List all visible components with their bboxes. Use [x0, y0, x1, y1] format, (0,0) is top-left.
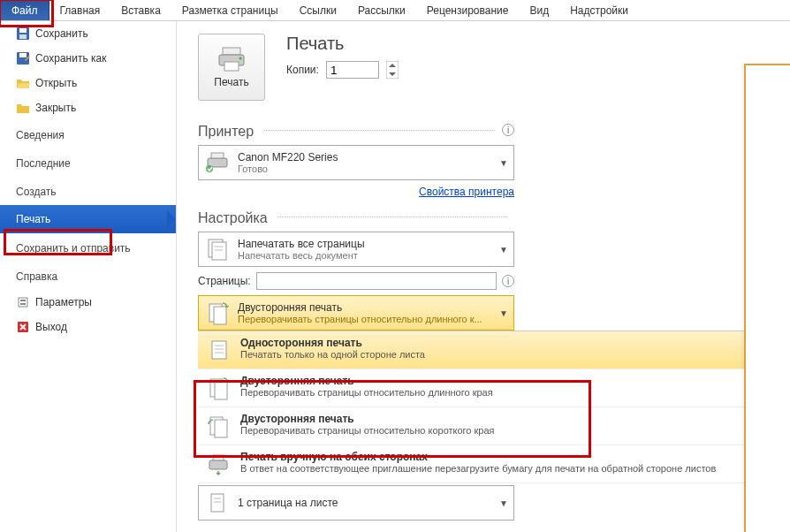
tab-home[interactable]: Главная — [49, 0, 111, 20]
svg-rect-31 — [209, 460, 227, 469]
option-one-sided[interactable]: Односторонняя печать Печатать только на … — [198, 331, 781, 369]
svg-rect-7 — [20, 303, 26, 305]
sidebar-print[interactable]: Печать — [0, 205, 176, 233]
chevron-down-icon: ▼ — [499, 308, 508, 318]
spinner-control[interactable] — [386, 61, 399, 79]
tab-addins[interactable]: Надстройки — [559, 0, 639, 20]
svg-rect-23 — [212, 341, 226, 359]
tab-review[interactable]: Рецензирование — [416, 0, 520, 20]
svg-rect-4 — [19, 53, 27, 57]
sidebar-recent[interactable]: Последние — [0, 148, 176, 177]
exit-icon — [16, 320, 30, 334]
single-page-icon — [205, 337, 232, 363]
opt-title: Двусторонняя печать — [240, 375, 493, 387]
copies-input[interactable] — [326, 61, 379, 79]
info-icon[interactable]: i — [502, 124, 514, 136]
duplex-short-icon — [205, 413, 232, 439]
svg-rect-18 — [212, 242, 226, 260]
svg-point-12 — [239, 57, 242, 60]
printer-device-icon — [204, 149, 231, 176]
printer-name: Canon MF220 Series — [238, 151, 492, 163]
svg-rect-2 — [19, 34, 27, 39]
dd-title: Напечатать все страницы — [238, 238, 492, 250]
settings-heading: Настройка — [198, 210, 268, 226]
opt-sub: В ответ на соответствующее приглашение п… — [240, 463, 716, 474]
opt-title: Односторонняя печать — [240, 337, 425, 349]
tab-insert[interactable]: Вставка — [110, 0, 171, 20]
printer-heading: Принтер — [198, 124, 254, 140]
ribbon-tabs: Файл Главная Вставка Разметка страницы С… — [0, 0, 790, 21]
pages-icon — [204, 236, 231, 262]
print-button-label: Печать — [214, 76, 248, 88]
close-folder-icon — [16, 101, 30, 115]
tab-layout[interactable]: Разметка страницы — [171, 0, 289, 20]
sidebar-close[interactable]: Закрыть — [0, 95, 176, 120]
options-icon — [16, 295, 30, 309]
option-duplex-long[interactable]: Двусторонняя печать Переворачивать стран… — [198, 369, 781, 407]
duplex-icon — [204, 300, 231, 326]
printer-icon — [216, 46, 247, 72]
sidebar-open[interactable]: Открыть — [0, 71, 176, 95]
sidebar-options[interactable]: Параметры — [0, 290, 176, 315]
svg-rect-30 — [215, 420, 227, 437]
tab-mailings[interactable]: Рассылки — [347, 0, 416, 20]
svg-rect-6 — [20, 300, 26, 301]
sidebar-help[interactable]: Справка — [0, 262, 176, 290]
option-manual-duplex[interactable]: Печать вручную на обеих сторонах В ответ… — [198, 445, 781, 483]
svg-rect-33 — [211, 494, 224, 512]
pages-per-sheet-dropdown[interactable]: 1 страница на листе ▼ — [198, 485, 514, 521]
svg-rect-15 — [211, 153, 224, 158]
printer-dropdown[interactable]: Canon MF220 Series Готово ▼ — [198, 145, 514, 180]
tab-view[interactable]: Вид — [519, 0, 559, 20]
svg-rect-32 — [213, 455, 224, 460]
printer-status: Готово — [238, 163, 492, 174]
sidebar-label: Сохранить как — [35, 52, 106, 65]
svg-rect-22 — [214, 307, 226, 324]
sidebar-save-send[interactable]: Сохранить и отправить — [0, 233, 176, 262]
manual-duplex-icon — [205, 451, 232, 477]
sidebar-label: Открыть — [35, 77, 77, 89]
sidebar-label: Выход — [35, 321, 67, 333]
sidebar-label: Параметры — [35, 296, 92, 308]
pages-input[interactable] — [256, 272, 497, 290]
dd-sub: Переворачивать страницы относительно дли… — [238, 314, 492, 324]
svg-rect-5 — [19, 298, 27, 307]
duplex-option-list: Односторонняя печать Печатать только на … — [198, 331, 781, 483]
sidebar-label: Печать — [16, 213, 50, 225]
tab-references[interactable]: Ссылки — [289, 0, 347, 20]
svg-rect-9 — [223, 48, 240, 55]
tab-file[interactable]: Файл — [0, 0, 49, 20]
duplex-long-icon — [205, 375, 232, 401]
option-duplex-short[interactable]: Двусторонняя печать Переворачивать стран… — [198, 407, 781, 445]
dd-title: Двусторонняя печать — [238, 301, 492, 314]
save-as-icon — [16, 51, 30, 65]
opt-sub: Переворачивать страницы относительно кор… — [240, 425, 495, 436]
duplex-dropdown[interactable]: Двусторонняя печать Переворачивать стран… — [198, 295, 514, 331]
sidebar-exit[interactable]: Выход — [0, 315, 176, 339]
print-title: Печать — [286, 34, 399, 54]
sidebar-info[interactable]: Сведения — [0, 120, 176, 148]
svg-rect-11 — [224, 62, 239, 71]
dd-sub: Напечатать весь документ — [238, 250, 492, 261]
sidebar-label: Закрыть — [35, 102, 76, 114]
print-button[interactable]: Печать — [198, 34, 265, 101]
info-icon[interactable]: i — [502, 275, 514, 287]
sidebar-new[interactable]: Создать — [0, 177, 176, 205]
pages-label: Страницы: — [198, 275, 251, 287]
sidebar-save-as[interactable]: Сохранить как — [0, 46, 176, 71]
svg-rect-28 — [215, 382, 227, 399]
opt-title: Печать вручную на обеих сторонах — [240, 451, 716, 463]
print-range-dropdown[interactable]: Напечатать все страницы Напечатать весь … — [198, 232, 514, 267]
chevron-down-icon: ▼ — [499, 245, 508, 255]
save-icon — [16, 27, 30, 41]
chevron-down-icon: ▼ — [499, 158, 508, 168]
chevron-down-icon: ▼ — [499, 498, 508, 508]
printer-properties-link[interactable]: Свойства принтера — [419, 186, 514, 198]
single-sheet-icon — [204, 490, 231, 516]
open-icon — [16, 76, 30, 90]
opt-sub: Переворачивать страницы относительно дли… — [240, 387, 493, 398]
opt-sub: Печатать только на одной стороне листа — [240, 349, 425, 360]
sidebar-save[interactable]: Сохранить — [0, 21, 176, 46]
backstage-sidebar: Сохранить Сохранить как Открыть Закрыть … — [0, 21, 177, 532]
document-preview-edge — [744, 64, 790, 532]
